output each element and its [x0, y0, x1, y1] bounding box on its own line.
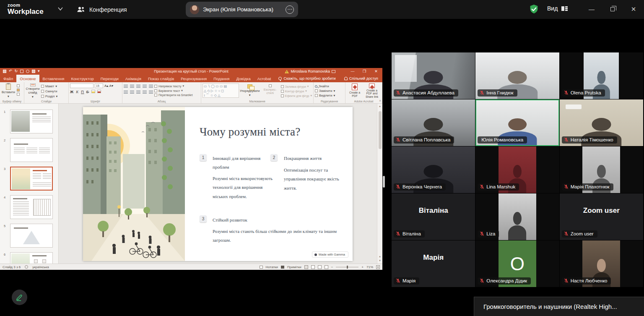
restore-icon [610, 7, 615, 11]
find-button: Знайти [315, 84, 344, 88]
new-slide-button: Створити слайд▾ [26, 84, 40, 99]
tab-options-icon[interactable]: ⋯ [286, 5, 294, 14]
tab-shared-screen[interactable]: Экран (Юлія Романовська) ⋯ [186, 2, 298, 17]
participant-tile-mariia[interactable]: Марія Марія [392, 240, 475, 287]
participant-tile-nataliia-timoshenko[interactable]: Наталія Тімошенко [560, 99, 643, 146]
conference-tab-label: Конференция [89, 6, 127, 13]
quick-styles-button: Експрес-стилі [261, 84, 280, 99]
zoom-titlebar: zoom Workplace Конференция Экран (Юлія Р… [0, 0, 644, 19]
participant-tile-anastasia-abdullaeva[interactable]: Анастасия Абдуллаева [392, 52, 475, 99]
ribbon-group-paragraph: Напрямок тексту ▾ Вирівняти текст ▾ Пере… [122, 82, 201, 103]
zoom-slider [336, 267, 358, 267]
slide-thumbnail-1: 1 [0, 110, 59, 135]
avatar [190, 5, 199, 14]
ppt-restore-icon: ❒ [360, 68, 369, 75]
participant-nameplate: Віталіна [394, 230, 425, 238]
participant-name: Марія Плахотнюк [571, 184, 610, 189]
participant-name: Olena Prutska [571, 90, 601, 95]
panel-divider-handle[interactable] [383, 176, 385, 188]
comments-icon [281, 266, 284, 269]
close-button[interactable]: ✕ [628, 4, 639, 14]
minimize-button[interactable]: — [586, 4, 597, 14]
ppt-tab-insert: Вставлення [39, 75, 68, 82]
zoom-in-icon: + [361, 265, 364, 269]
audio-device-label: Громкоговоритель и наушники (Realtek Hig… [483, 303, 617, 310]
point-3-badge: 3 [200, 215, 207, 222]
participant-tile-veronika-cherneha[interactable]: Вероніка Чернега [392, 146, 475, 193]
create-pdf-button: Create a PDF [347, 84, 363, 99]
audio-device-panel[interactable]: Громкоговоритель и наушники (Realtek Hig… [474, 297, 644, 316]
ppt-slide-panel: 1 2 3 4 5 6 [0, 104, 59, 264]
format-painter-icon [17, 93, 20, 96]
point-3-heading: Стійкий розвиток [213, 216, 305, 225]
participant-display-name: Zoom user [560, 206, 643, 215]
participant-tile-yuliia-romanovska-active-speaker[interactable]: Юлія Романовська [475, 99, 559, 146]
mic-muted-icon [396, 90, 400, 95]
participant-nameplate: Наталія Тімошенко [562, 136, 617, 144]
shared-screen-content[interactable]: ↶ ↻ ▾ Презентация на круглый стол - Powe… [0, 68, 382, 270]
participant-video [499, 193, 536, 240]
security-shield-icon[interactable] [529, 4, 539, 15]
arrange-icon [247, 84, 252, 89]
participant-name: Анастасия Абдуллаева [402, 90, 454, 95]
mic-muted-icon [480, 278, 484, 283]
participant-tile-zoom-user[interactable]: Zoom user Zoom user [560, 193, 643, 240]
participant-tile-vitalina[interactable]: Віталіна Віталіна [392, 193, 475, 240]
participant-nameplate: Настя Любченко [562, 277, 611, 285]
zoom-out-icon: − [331, 265, 333, 269]
participant-name: Lina Marshuk [486, 184, 515, 189]
mic-muted-icon [480, 184, 484, 189]
ppt-share-button: Спільний доступ [344, 75, 378, 82]
participant-gallery: Анастасия Абдуллаева Інна Гнидюк Olena P… [392, 52, 643, 287]
restore-button[interactable] [607, 4, 618, 14]
participant-tile-liza[interactable]: Liza [475, 193, 559, 240]
mic-muted-icon [396, 137, 400, 142]
annotate-button[interactable] [12, 290, 27, 305]
shared-screen-tab-label: Экран (Юлія Романовська) [203, 6, 273, 13]
ribbon-group-acrobat: Create a PDF Create a PDF and Share link… [345, 82, 382, 103]
search-icon [315, 85, 317, 88]
gamma-icon [314, 253, 317, 256]
participant-tile-lina-marshuk[interactable]: Lina Marshuk [475, 146, 559, 193]
participant-nameplate: Світлана Поплавська [394, 136, 454, 144]
participant-tile-oleksandra-didyk[interactable]: О Олександра Дідик [475, 240, 559, 287]
ribbon-group-clipboard: Вставити▾ Буфер обміну [0, 82, 24, 103]
participant-name: Інна Гнидюк [486, 90, 513, 95]
ppt-tab-design: Конструктор [68, 75, 97, 82]
account-name: Miroslava Romanovska [291, 69, 330, 73]
ppt-ribbon-tabs: Файл Основне Вставлення Конструктор Пере… [0, 75, 382, 82]
participant-name: Світлана Поплавська [402, 137, 450, 142]
participant-nameplate: Вероніка Чернега [394, 183, 446, 191]
chevron-down-icon[interactable] [57, 6, 64, 11]
slide-thumbnail-2: 2 [0, 138, 59, 163]
participant-tile-inna-hnydiuk[interactable]: Інна Гнидюк [475, 52, 559, 99]
mic-muted-icon [396, 231, 400, 236]
point-1-badge: 1 [200, 154, 207, 161]
participant-tile-nastia-liubchenko[interactable]: Настя Любченко [560, 240, 643, 287]
participant-tile-olena-prutska[interactable]: Olena Prutska [560, 52, 643, 99]
font-size-box: 15 [95, 84, 103, 88]
italic-button: К [76, 90, 79, 94]
smartart-button: Перетворити на SmartArt [154, 94, 192, 97]
tab-conference[interactable]: Конференция [77, 0, 127, 19]
ppt-tab-review: Рецензування [177, 75, 210, 82]
participant-tile-mariia-plakhotniuk[interactable]: Марія Плахотнюк [560, 146, 643, 193]
view-button[interactable]: Вид [547, 5, 568, 12]
shape-effects-button: Ефекти для фігур ▾ [281, 94, 312, 97]
gallery-view-icon [561, 5, 568, 12]
ppt-tab-home: Основне [16, 75, 39, 82]
ppt-tell-me: Скажіть, що потрібно зробити [278, 75, 335, 82]
participant-nameplate: Olena Prutska [562, 89, 605, 97]
mic-muted-icon [564, 278, 569, 283]
mic-muted-icon [564, 137, 569, 142]
display-settings-icon [332, 70, 335, 73]
reading-view-icon [318, 265, 322, 269]
participant-tile-svitlana-poplavska[interactable]: Світлана Поплавська [392, 99, 475, 146]
slide-thumbnail-3-selected: 3 [0, 167, 59, 192]
bullet-list-icon [124, 85, 128, 88]
mic-muted-icon [564, 231, 569, 236]
participant-name: Наталія Тімошенко [571, 137, 613, 142]
fit-slide-icon [376, 265, 380, 269]
warning-icon [285, 70, 289, 73]
point-2-heading: Покращення життя [284, 154, 351, 163]
